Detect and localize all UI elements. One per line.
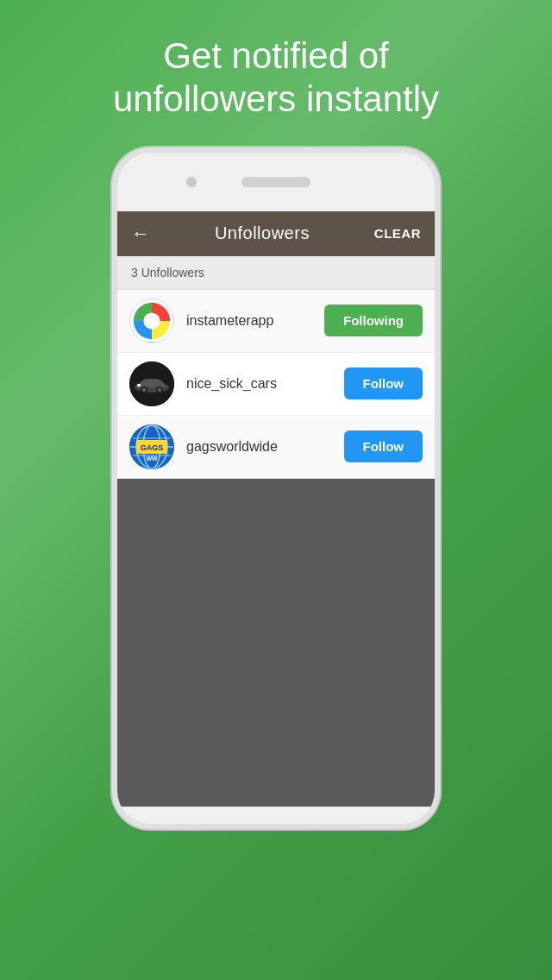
avatar: instameter <box>129 298 174 343</box>
phone-frame: ← Unfollowers CLEAR 3 Unfollowers <box>112 148 440 829</box>
app-screen: ← Unfollowers CLEAR 3 Unfollowers <box>117 211 435 807</box>
username: gagsworldwide <box>186 439 344 455</box>
phone-bottom-bar <box>117 807 435 824</box>
svg-rect-9 <box>137 384 141 386</box>
avatar: GAGS WW <box>129 424 174 469</box>
svg-text:instameter: instameter <box>141 340 164 343</box>
table-row: GAGS WW gagsworldwide Follow <box>117 416 435 479</box>
back-button[interactable]: ← <box>131 223 150 245</box>
svg-text:WW: WW <box>146 455 158 462</box>
username: nice_sick_cars <box>186 376 344 392</box>
username: instameterapp <box>186 313 324 329</box>
headline-line2: unfollowers instantly <box>113 79 439 119</box>
follow-button[interactable]: Follow <box>344 430 423 462</box>
avatar <box>129 361 174 406</box>
clear-button[interactable]: CLEAR <box>374 226 421 241</box>
unfollowers-count: 3 Unfollowers <box>131 266 204 280</box>
app-header: ← Unfollowers CLEAR <box>117 211 435 256</box>
count-bar: 3 Unfollowers <box>117 256 435 290</box>
svg-point-1 <box>143 312 160 329</box>
svg-point-8 <box>158 388 161 392</box>
phone-speaker <box>242 177 310 187</box>
svg-point-6 <box>142 388 146 392</box>
headline-line1: Get notified of <box>163 35 389 76</box>
svg-text:GAGS: GAGS <box>141 443 164 452</box>
follow-button[interactable]: Follow <box>344 368 423 399</box>
headline: Get notified of unfollowers instantly <box>61 0 491 148</box>
user-list: instameter instameterapp Following <box>117 290 435 479</box>
dark-content-area <box>117 479 435 807</box>
following-button[interactable]: Following <box>324 305 423 336</box>
table-row: nice_sick_cars Follow <box>117 353 435 416</box>
table-row: instameter instameterapp Following <box>117 290 435 353</box>
phone-top-bar <box>117 153 435 211</box>
app-title: Unfollowers <box>215 223 310 243</box>
phone-camera <box>186 177 197 187</box>
phone-wrapper: ← Unfollowers CLEAR 3 Unfollowers <box>112 148 440 980</box>
